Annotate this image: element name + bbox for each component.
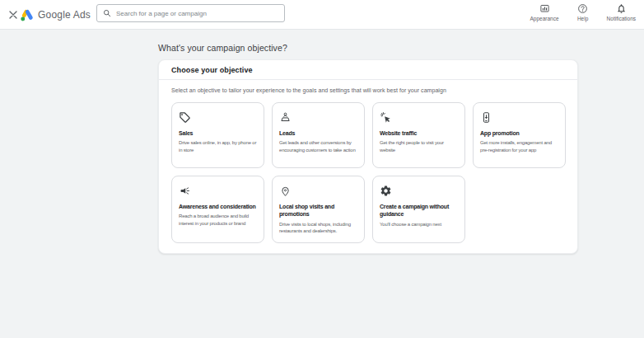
notifications-icon bbox=[616, 3, 627, 14]
objective-description: Reach a broad audience and build interes… bbox=[179, 213, 257, 227]
sales-tag-icon bbox=[179, 110, 257, 124]
website-traffic-icon bbox=[380, 110, 458, 124]
main-content: What's your campaign objective? Choose y… bbox=[0, 30, 644, 278]
appearance-button[interactable]: Appearance bbox=[530, 3, 559, 21]
objective-description: You'll choose a campaign next bbox=[380, 221, 458, 228]
top-app-bar: Google Ads Appearance Help bbox=[0, 0, 644, 30]
help-icon bbox=[577, 3, 588, 14]
leads-icon bbox=[279, 110, 357, 124]
awareness-megaphone-icon bbox=[179, 184, 257, 197]
search-input[interactable] bbox=[116, 10, 278, 17]
objective-panel: Choose your objective Select an objectiv… bbox=[158, 59, 578, 254]
topbar-actions: Appearance Help Notifications bbox=[530, 3, 636, 21]
objective-description: Get more installs, engagement and pre-re… bbox=[480, 139, 558, 153]
objective-description: Get the right people to visit your websi… bbox=[380, 139, 458, 153]
objective-title: Awareness and consideration bbox=[179, 203, 257, 210]
notifications-button[interactable]: Notifications bbox=[607, 3, 636, 21]
objective-card-sales[interactable]: Sales Drive sales online, in app, by pho… bbox=[171, 102, 264, 168]
objective-title: Local shop visits and promotions bbox=[279, 203, 357, 218]
close-icon[interactable] bbox=[7, 8, 20, 21]
panel-title: Choose your objective bbox=[159, 60, 577, 80]
objective-card-app-promotion[interactable]: App promotion Get more installs, engagem… bbox=[473, 102, 566, 168]
objective-description: Drive visits to local shops, including r… bbox=[279, 221, 357, 235]
objective-card-local-shop[interactable]: Local shop visits and promotions Drive v… bbox=[272, 176, 365, 243]
local-shop-pin-icon bbox=[279, 184, 357, 197]
objective-card-no-guidance[interactable]: Create a campaign without guidance You'l… bbox=[372, 176, 465, 243]
global-search[interactable] bbox=[96, 4, 285, 22]
objective-grid: Sales Drive sales online, in app, by pho… bbox=[171, 102, 565, 243]
objective-title: Leads bbox=[279, 129, 357, 137]
page-title: What's your campaign objective? bbox=[158, 43, 644, 53]
objective-title: Create a campaign without guidance bbox=[380, 203, 458, 218]
help-label: Help bbox=[577, 16, 588, 21]
objective-card-leads[interactable]: Leads Get leads and other conversions by… bbox=[272, 102, 365, 168]
objective-card-website-traffic[interactable]: Website traffic Get the right people to … bbox=[372, 102, 465, 168]
objective-title: Sales bbox=[179, 129, 257, 137]
objective-description: Drive sales online, in app, by phone or … bbox=[179, 139, 257, 153]
notifications-label: Notifications bbox=[607, 16, 636, 21]
objective-card-awareness[interactable]: Awareness and consideration Reach a broa… bbox=[171, 176, 264, 243]
search-icon bbox=[103, 9, 111, 17]
no-guidance-gear-icon bbox=[380, 184, 458, 197]
app-promotion-icon bbox=[480, 110, 558, 124]
objective-title: App promotion bbox=[480, 129, 558, 137]
google-ads-logo-icon bbox=[20, 7, 35, 22]
footer-actions: Cancel Continue bbox=[158, 262, 644, 278]
appearance-icon bbox=[539, 3, 550, 14]
appearance-label: Appearance bbox=[530, 16, 559, 21]
brand-title: Google Ads bbox=[38, 9, 91, 21]
objective-title: Website traffic bbox=[380, 129, 458, 137]
help-button[interactable]: Help bbox=[571, 3, 595, 21]
panel-subtitle: Select an objective to tailor your exper… bbox=[171, 87, 565, 93]
objective-description: Get leads and other conversions by encou… bbox=[279, 139, 357, 153]
